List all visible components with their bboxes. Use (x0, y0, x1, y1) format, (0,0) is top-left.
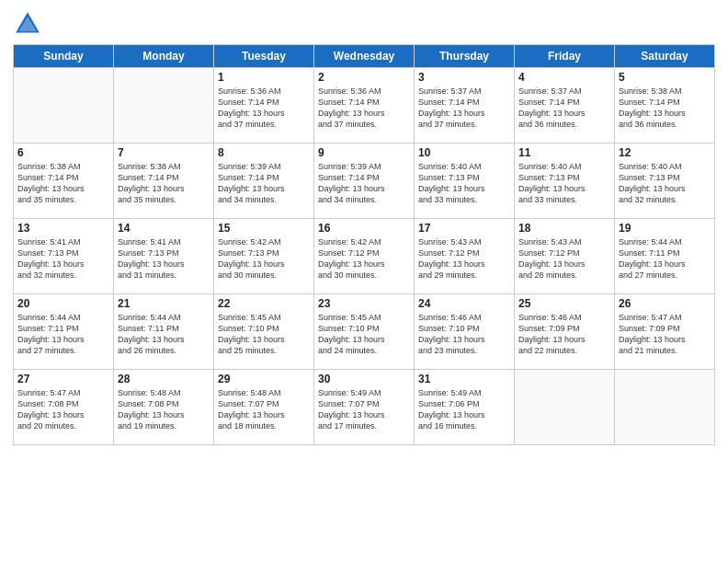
calendar-cell: 24Sunrise: 5:46 AM Sunset: 7:10 PM Dayli… (415, 294, 515, 370)
day-info: Sunrise: 5:43 AM Sunset: 7:12 PM Dayligh… (418, 236, 510, 282)
day-number: 15 (218, 222, 310, 235)
day-number: 20 (17, 297, 109, 310)
calendar-cell: 30Sunrise: 5:49 AM Sunset: 7:07 PM Dayli… (314, 370, 415, 445)
day-number: 14 (118, 222, 210, 235)
calendar-cell: 17Sunrise: 5:43 AM Sunset: 7:12 PM Dayli… (415, 219, 515, 294)
calendar-cell: 16Sunrise: 5:42 AM Sunset: 7:12 PM Dayli… (314, 219, 415, 294)
day-number: 4 (518, 71, 610, 84)
day-number: 8 (218, 146, 310, 159)
calendar-cell: 4Sunrise: 5:37 AM Sunset: 7:14 PM Daylig… (515, 68, 615, 144)
day-info: Sunrise: 5:43 AM Sunset: 7:12 PM Dayligh… (518, 236, 610, 282)
day-number: 6 (17, 146, 109, 159)
day-info: Sunrise: 5:49 AM Sunset: 7:07 PM Dayligh… (318, 387, 410, 432)
day-info: Sunrise: 5:48 AM Sunset: 7:08 PM Dayligh… (118, 387, 210, 432)
day-info: Sunrise: 5:49 AM Sunset: 7:06 PM Dayligh… (418, 387, 510, 432)
day-info: Sunrise: 5:41 AM Sunset: 7:13 PM Dayligh… (17, 236, 109, 282)
day-number: 27 (17, 373, 109, 385)
day-info: Sunrise: 5:40 AM Sunset: 7:13 PM Dayligh… (518, 161, 610, 206)
page: SundayMondayTuesdayWednesdayThursdayFrid… (0, 0, 728, 563)
calendar-cell: 18Sunrise: 5:43 AM Sunset: 7:12 PM Dayli… (515, 219, 615, 294)
calendar-cell (14, 68, 114, 144)
day-number: 7 (118, 146, 210, 159)
calendar-cell: 14Sunrise: 5:41 AM Sunset: 7:13 PM Dayli… (114, 219, 214, 294)
day-number: 11 (518, 146, 610, 159)
day-info: Sunrise: 5:44 AM Sunset: 7:11 PM Dayligh… (619, 236, 711, 282)
calendar-cell: 10Sunrise: 5:40 AM Sunset: 7:13 PM Dayli… (415, 144, 515, 219)
day-of-week-header: Thursday (415, 45, 515, 68)
calendar-cell: 6Sunrise: 5:38 AM Sunset: 7:14 PM Daylig… (14, 144, 114, 219)
calendar-cell: 12Sunrise: 5:40 AM Sunset: 7:13 PM Dayli… (615, 144, 715, 219)
day-info: Sunrise: 5:39 AM Sunset: 7:14 PM Dayligh… (218, 161, 310, 206)
day-of-week-header: Saturday (615, 45, 715, 68)
day-of-week-header: Tuesday (214, 45, 314, 68)
day-number: 19 (619, 222, 711, 235)
calendar-cell: 21Sunrise: 5:44 AM Sunset: 7:11 PM Dayli… (114, 294, 214, 370)
day-info: Sunrise: 5:47 AM Sunset: 7:08 PM Dayligh… (17, 387, 109, 432)
day-number: 16 (318, 222, 410, 235)
day-number: 10 (418, 146, 510, 159)
day-number: 3 (418, 71, 510, 84)
calendar-week-row: 13Sunrise: 5:41 AM Sunset: 7:13 PM Dayli… (14, 219, 715, 294)
calendar-cell: 19Sunrise: 5:44 AM Sunset: 7:11 PM Dayli… (615, 219, 715, 294)
day-number: 17 (418, 222, 510, 235)
calendar-header-row: SundayMondayTuesdayWednesdayThursdayFrid… (14, 45, 715, 68)
day-number: 28 (118, 373, 210, 385)
day-of-week-header: Friday (515, 45, 615, 68)
calendar-cell: 27Sunrise: 5:47 AM Sunset: 7:08 PM Dayli… (14, 370, 114, 445)
day-of-week-header: Monday (114, 45, 214, 68)
day-number: 22 (218, 297, 310, 310)
calendar-cell: 3Sunrise: 5:37 AM Sunset: 7:14 PM Daylig… (415, 68, 515, 144)
day-info: Sunrise: 5:41 AM Sunset: 7:13 PM Dayligh… (118, 236, 210, 282)
calendar-cell (114, 68, 214, 144)
logo-icon (13, 9, 42, 39)
day-number: 9 (318, 146, 410, 159)
day-number: 1 (218, 71, 310, 84)
day-number: 21 (118, 297, 210, 310)
calendar-cell: 20Sunrise: 5:44 AM Sunset: 7:11 PM Dayli… (14, 294, 114, 370)
day-number: 5 (619, 71, 711, 84)
calendar-cell: 28Sunrise: 5:48 AM Sunset: 7:08 PM Dayli… (114, 370, 214, 445)
calendar-cell: 2Sunrise: 5:36 AM Sunset: 7:14 PM Daylig… (314, 68, 415, 144)
calendar-cell (515, 370, 615, 445)
day-number: 13 (17, 222, 109, 235)
day-of-week-header: Sunday (14, 45, 114, 68)
calendar-cell: 25Sunrise: 5:46 AM Sunset: 7:09 PM Dayli… (515, 294, 615, 370)
day-number: 25 (518, 297, 610, 310)
calendar-cell: 29Sunrise: 5:48 AM Sunset: 7:07 PM Dayli… (214, 370, 314, 445)
day-number: 30 (318, 373, 410, 385)
calendar-week-row: 20Sunrise: 5:44 AM Sunset: 7:11 PM Dayli… (14, 294, 715, 370)
day-info: Sunrise: 5:45 AM Sunset: 7:10 PM Dayligh… (318, 312, 410, 357)
day-info: Sunrise: 5:48 AM Sunset: 7:07 PM Dayligh… (218, 387, 310, 432)
day-info: Sunrise: 5:40 AM Sunset: 7:13 PM Dayligh… (619, 161, 711, 206)
day-info: Sunrise: 5:45 AM Sunset: 7:10 PM Dayligh… (218, 312, 310, 357)
day-info: Sunrise: 5:36 AM Sunset: 7:14 PM Dayligh… (318, 86, 410, 131)
day-info: Sunrise: 5:40 AM Sunset: 7:13 PM Dayligh… (418, 161, 510, 206)
day-info: Sunrise: 5:46 AM Sunset: 7:10 PM Dayligh… (418, 312, 510, 357)
calendar-week-row: 27Sunrise: 5:47 AM Sunset: 7:08 PM Dayli… (14, 370, 715, 445)
day-info: Sunrise: 5:38 AM Sunset: 7:14 PM Dayligh… (619, 86, 711, 131)
calendar-week-row: 6Sunrise: 5:38 AM Sunset: 7:14 PM Daylig… (14, 144, 715, 219)
day-info: Sunrise: 5:38 AM Sunset: 7:14 PM Dayligh… (118, 161, 210, 206)
calendar-cell: 15Sunrise: 5:42 AM Sunset: 7:13 PM Dayli… (214, 219, 314, 294)
day-of-week-header: Wednesday (314, 45, 415, 68)
calendar-cell: 23Sunrise: 5:45 AM Sunset: 7:10 PM Dayli… (314, 294, 415, 370)
day-info: Sunrise: 5:39 AM Sunset: 7:14 PM Dayligh… (318, 161, 410, 206)
calendar-cell: 8Sunrise: 5:39 AM Sunset: 7:14 PM Daylig… (214, 144, 314, 219)
day-number: 24 (418, 297, 510, 310)
day-number: 31 (418, 373, 510, 385)
calendar-cell: 1Sunrise: 5:36 AM Sunset: 7:14 PM Daylig… (214, 68, 314, 144)
day-number: 23 (318, 297, 410, 310)
day-info: Sunrise: 5:37 AM Sunset: 7:14 PM Dayligh… (418, 86, 510, 131)
day-info: Sunrise: 5:36 AM Sunset: 7:14 PM Dayligh… (218, 86, 310, 131)
calendar-cell (615, 370, 715, 445)
calendar: SundayMondayTuesdayWednesdayThursdayFrid… (13, 44, 715, 445)
calendar-cell: 5Sunrise: 5:38 AM Sunset: 7:14 PM Daylig… (615, 68, 715, 144)
calendar-cell: 7Sunrise: 5:38 AM Sunset: 7:14 PM Daylig… (114, 144, 214, 219)
day-info: Sunrise: 5:37 AM Sunset: 7:14 PM Dayligh… (518, 86, 610, 131)
calendar-week-row: 1Sunrise: 5:36 AM Sunset: 7:14 PM Daylig… (14, 68, 715, 144)
calendar-cell: 9Sunrise: 5:39 AM Sunset: 7:14 PM Daylig… (314, 144, 415, 219)
day-info: Sunrise: 5:42 AM Sunset: 7:13 PM Dayligh… (218, 236, 310, 282)
day-number: 26 (619, 297, 711, 310)
day-info: Sunrise: 5:38 AM Sunset: 7:14 PM Dayligh… (17, 161, 109, 206)
calendar-cell: 22Sunrise: 5:45 AM Sunset: 7:10 PM Dayli… (214, 294, 314, 370)
